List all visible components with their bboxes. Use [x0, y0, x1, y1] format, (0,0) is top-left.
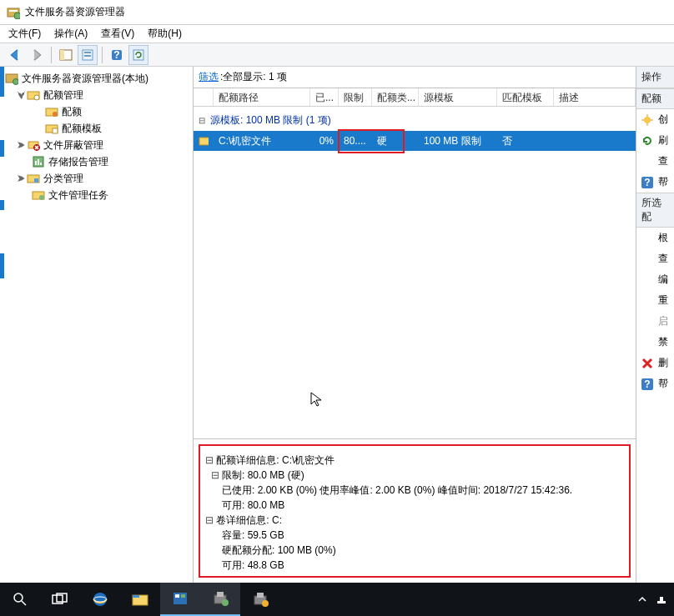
tree-quota-mgmt-label: 配额管理	[43, 88, 83, 103]
tree-quota-tpl[interactable]: 配额模板	[2, 120, 191, 137]
tree-file-tasks[interactable]: 文件管理任务	[2, 187, 191, 203]
group-header[interactable]: ⊟ 源模板: 100 MB 限制 (1 项)	[194, 110, 636, 131]
actions-header: 操作	[636, 67, 674, 88]
forward-button[interactable]	[27, 45, 47, 65]
actions-sub-quota: 配额	[636, 88, 674, 109]
detail-hard-alloc: 硬配额分配: 100 MB (0%)	[222, 544, 336, 556]
tree-root-label: 文件服务器资源管理器(本地)	[22, 72, 148, 86]
action-help[interactable]: ?帮	[636, 172, 674, 193]
expand-icon[interactable]: ⮞	[17, 174, 27, 183]
action-delete[interactable]: 删	[636, 353, 674, 373]
col-limit[interactable]: 限制	[339, 88, 372, 106]
svg-point-16	[53, 112, 58, 117]
detail-used: 已使用: 2.00 KB (0%) 使用率峰值: 2.00 KB (0%) 峰值…	[222, 484, 572, 496]
back-button[interactable]	[5, 45, 25, 65]
menu-file[interactable]: 文件(F)	[8, 27, 41, 41]
menu-view[interactable]: 查看(V)	[101, 27, 134, 41]
sun-icon	[641, 114, 653, 126]
col-match-tpl[interactable]: 匹配模板	[497, 88, 554, 106]
tree-classification-label: 分类管理	[43, 172, 83, 186]
window-titlebar: 文件服务器资源管理器	[0, 0, 674, 25]
tree-quota-label: 配额	[62, 105, 82, 119]
action-enable-label: 启	[658, 314, 668, 328]
action-help2[interactable]: ?帮	[636, 373, 674, 394]
svg-point-50	[222, 599, 229, 606]
system-tray[interactable]	[637, 593, 674, 605]
collapse-icon[interactable]: ⮟	[17, 91, 27, 100]
menu-action[interactable]: 操作(A)	[54, 27, 88, 41]
action-create[interactable]: 创	[636, 109, 674, 130]
action-view-label: 查	[658, 154, 668, 168]
svg-point-53	[262, 600, 269, 607]
group-collapse-icon[interactable]: ⊟	[199, 116, 210, 125]
properties-button[interactable]	[78, 45, 98, 65]
action-by-root[interactable]: 根	[636, 228, 674, 248]
tray-network-icon[interactable]	[656, 593, 667, 605]
tree-quota[interactable]: 配额	[2, 103, 191, 120]
action-reset[interactable]: 重	[636, 290, 674, 311]
svg-rect-54	[657, 601, 666, 603]
edge-accent	[0, 67, 4, 322]
tree-quota-mgmt[interactable]: ⮟ 配额管理	[2, 87, 191, 103]
col-path[interactable]: 配额路径	[214, 88, 310, 106]
row-type: 硬	[372, 134, 419, 148]
svg-rect-23	[40, 163, 42, 165]
svg-text:?: ?	[113, 49, 119, 61]
action-edit[interactable]: 编	[636, 269, 674, 290]
taskbar-taskview[interactable]	[40, 583, 80, 616]
action-refresh[interactable]: 刷	[636, 130, 674, 151]
menu-help[interactable]: 帮助(H)	[148, 27, 182, 41]
quota-icon	[45, 105, 58, 118]
detail-vol-free: 可用: 48.8 GB	[222, 559, 284, 571]
tree-storage-reports[interactable]: 存储报告管理	[2, 153, 191, 170]
row-icon	[194, 134, 214, 148]
detail-quota-heading: 配额详细信息: C:\机密文件	[216, 454, 334, 466]
show-hide-tree-button[interactable]	[56, 45, 76, 65]
svg-text:?: ?	[644, 378, 650, 390]
expand-icon[interactable]: ⮞	[17, 141, 27, 150]
svg-rect-21	[35, 161, 37, 165]
tray-chevron-up-icon[interactable]	[637, 594, 647, 604]
actions-panel: 操作 配额 创 刷 查 ?帮 所选配 根 查 编 重 启 禁 删 ?帮	[636, 67, 674, 583]
menu-bar: 文件(F) 操作(A) 查看(V) 帮助(H)	[0, 25, 674, 43]
taskbar-search[interactable]	[0, 583, 40, 616]
tree-root[interactable]: 文件服务器资源管理器(本地)	[2, 70, 191, 87]
folder-icon	[27, 88, 40, 102]
quota-row[interactable]: C:\机密文件 0% 80.... 硬 100 MB 限制 否	[194, 131, 636, 151]
toolbar-separator	[102, 47, 103, 63]
refresh-button[interactable]	[128, 45, 148, 65]
action-refresh-label: 刷	[658, 133, 668, 148]
taskbar-app3[interactable]	[240, 583, 280, 616]
action-delete-label: 删	[658, 356, 668, 370]
col-expand[interactable]	[194, 88, 214, 106]
taskbar-ie[interactable]	[80, 583, 120, 616]
refresh-icon	[641, 135, 653, 147]
svg-rect-46	[175, 594, 179, 598]
taskbar-app1[interactable]	[160, 583, 200, 616]
col-type[interactable]: 配额类...	[372, 88, 419, 106]
filter-link[interactable]: 筛选	[199, 70, 219, 84]
server-icon	[5, 72, 18, 85]
col-src-tpl[interactable]: 源模板	[419, 88, 497, 106]
row-path: C:\机密文件	[214, 134, 310, 148]
tree-file-screen[interactable]: ⮞ 文件屏蔽管理	[2, 137, 191, 153]
toolbar-separator	[51, 47, 52, 63]
action-view2-label: 查	[658, 252, 668, 266]
col-desc[interactable]: 描述	[554, 88, 636, 106]
taskbar-explorer[interactable]	[120, 583, 160, 616]
tree-file-screen-label: 文件屏蔽管理	[43, 138, 103, 153]
app-icon	[7, 6, 20, 19]
help-button[interactable]: ?	[107, 45, 127, 65]
taskbar-app2[interactable]	[200, 583, 240, 616]
col-used[interactable]: 已...	[310, 88, 339, 106]
action-help2-label: 帮	[658, 377, 668, 391]
svg-point-12	[13, 79, 19, 85]
action-view[interactable]: 查	[636, 151, 674, 172]
svg-point-41	[93, 593, 107, 606]
action-enable[interactable]: 启	[636, 311, 674, 332]
tree-classification[interactable]: ⮞ 分类管理	[2, 170, 191, 187]
svg-point-28	[644, 117, 651, 123]
column-headers: 配额路径 已... 限制 配额类... 源模板 匹配模板 描述	[194, 88, 636, 107]
action-disable[interactable]: 禁	[636, 332, 674, 353]
action-view2[interactable]: 查	[636, 248, 674, 269]
